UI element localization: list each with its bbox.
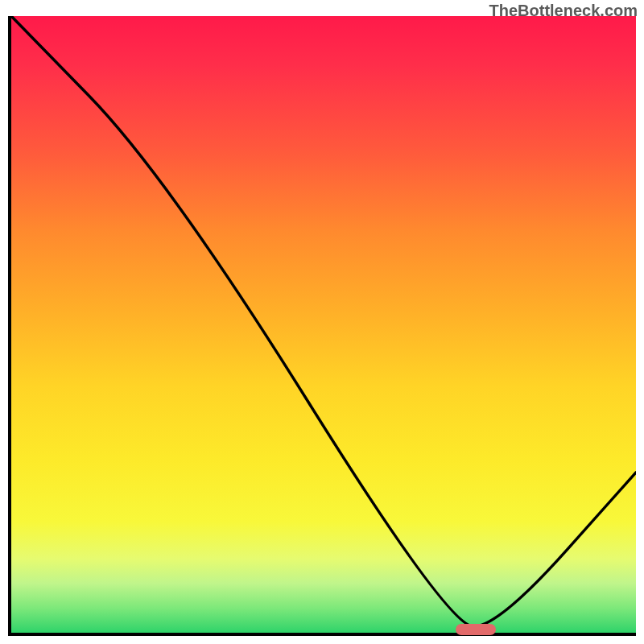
optimal-marker [456,624,496,635]
attribution-text: TheBottleneck.com [489,2,638,20]
plot-area [8,16,636,636]
bottleneck-curve [11,16,636,633]
